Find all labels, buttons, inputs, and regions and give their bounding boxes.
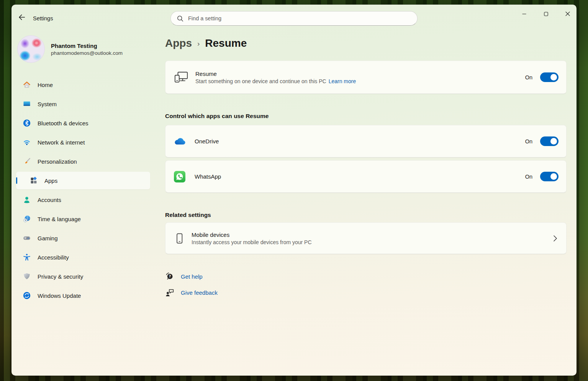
chevron-right-icon — [554, 235, 557, 241]
sidebar-item-label: Time & language — [38, 216, 81, 222]
apps-icon — [30, 177, 38, 184]
maximize-icon — [544, 11, 548, 17]
windows-update-icon — [23, 292, 31, 299]
whatsapp-toggle[interactable] — [540, 172, 559, 181]
app-row-whatsapp: WhatsApp On — [165, 160, 567, 193]
related-section-heading: Related settings — [165, 211, 567, 219]
footer-links: ? Get help Give feedback — [165, 272, 567, 297]
bluetooth-icon — [23, 119, 31, 127]
close-button[interactable] — [559, 5, 577, 24]
mobile-devices-description: Instantly access your mobile devices fro… — [192, 239, 312, 245]
sidebar-item-accounts[interactable]: Accounts — [16, 191, 150, 209]
give-feedback-icon — [165, 288, 175, 297]
resume-toggle-state-label: On — [525, 74, 532, 80]
sidebar-item-network-internet[interactable]: Network & internet — [16, 133, 150, 151]
svg-text:?: ? — [169, 274, 171, 278]
whatsapp-toggle-state-label: On — [525, 174, 532, 180]
app-row-onedrive: OneDrive On — [165, 125, 567, 158]
home-icon — [23, 81, 31, 89]
sidebar: Phantom Testing phantomodemos@outlook.co… — [11, 32, 162, 376]
sidebar-item-privacy-security[interactable]: Privacy & security — [16, 268, 150, 285]
sidebar-item-home[interactable]: Home — [16, 76, 150, 94]
mobile-devices-row[interactable]: Mobile devices Instantly access your mob… — [165, 222, 567, 254]
personalization-icon — [23, 158, 31, 165]
accounts-icon — [23, 196, 31, 204]
breadcrumb: Apps › Resume — [165, 36, 567, 52]
sidebar-item-label: Bluetooth & devices — [38, 120, 88, 126]
sidebar-item-label: Apps — [44, 177, 57, 184]
toggle-knob — [550, 173, 557, 180]
sidebar-item-bluetooth-devices[interactable]: Bluetooth & devices — [16, 114, 150, 132]
onedrive-icon — [174, 136, 185, 147]
sidebar-item-label: Privacy & security — [38, 273, 83, 280]
close-icon — [565, 11, 570, 17]
search-box[interactable] — [170, 11, 418, 26]
whatsapp-icon — [174, 171, 185, 182]
search-input[interactable] — [188, 15, 411, 21]
sidebar-item-time-language[interactable]: Time & language — [16, 210, 150, 228]
sidebar-item-label: Personalization — [38, 158, 77, 165]
settings-window: Settings Phantom Testing phantomod — [11, 5, 577, 376]
get-help-icon: ? — [165, 272, 175, 281]
onedrive-toggle[interactable] — [540, 136, 559, 146]
sidebar-item-personalization[interactable]: Personalization — [16, 153, 150, 170]
sidebar-item-label: Windows Update — [38, 292, 81, 299]
sidebar-item-windows-update[interactable]: Windows Update — [16, 287, 150, 304]
give-feedback-link[interactable]: Give feedback — [165, 288, 218, 297]
breadcrumb-chevron-icon: › — [197, 36, 200, 51]
search-icon — [177, 15, 183, 22]
toggle-knob — [550, 74, 557, 80]
apps-section-heading: Control which apps can use Resume — [165, 112, 567, 120]
titlebar: Settings — [11, 5, 577, 32]
sidebar-item-system[interactable]: System — [16, 95, 150, 113]
sidebar-item-accessibility[interactable]: Accessibility — [16, 248, 150, 266]
give-feedback-label: Give feedback — [181, 289, 218, 296]
maximize-button[interactable] — [537, 5, 555, 24]
get-help-link[interactable]: ? Get help — [165, 272, 203, 281]
resume-toggle[interactable] — [540, 72, 559, 82]
page-title: Resume — [205, 36, 247, 51]
resume-title: Resume — [195, 71, 356, 77]
selected-indicator — [16, 177, 17, 184]
sidebar-item-apps[interactable]: Apps — [16, 172, 150, 189]
app-name: WhatsApp — [195, 173, 221, 180]
user-email: phantomodemos@outlook.com — [51, 50, 123, 56]
sidebar-item-label: Home — [38, 82, 53, 88]
sidebar-item-gaming[interactable]: Gaming — [16, 229, 150, 247]
sidebar-item-label: Network & internet — [38, 139, 85, 146]
sidebar-item-label: Accounts — [38, 197, 61, 203]
resume-description: Start something on one device and contin… — [195, 78, 356, 84]
system-icon — [23, 100, 31, 108]
main-content: Apps › Resume Resume Start something on … — [165, 32, 567, 376]
resume-devices-icon — [174, 71, 188, 83]
sidebar-item-label: Gaming — [38, 235, 58, 241]
user-name: Phantom Testing — [51, 43, 123, 49]
get-help-label: Get help — [181, 273, 203, 280]
window-title: Settings — [33, 5, 53, 32]
breadcrumb-parent[interactable]: Apps — [165, 36, 192, 51]
accessibility-icon — [23, 253, 31, 261]
privacy-security-icon — [23, 273, 31, 280]
toggle-knob — [550, 138, 557, 145]
avatar — [17, 35, 45, 63]
time-language-icon — [23, 215, 31, 223]
network-icon — [23, 138, 31, 146]
sidebar-nav: Home System Bluetooth & devices Network … — [16, 76, 150, 306]
back-arrow-icon — [18, 13, 26, 22]
window-controls — [515, 5, 577, 24]
mobile-devices-title: Mobile devices — [192, 232, 312, 238]
user-profile[interactable]: Phantom Testing phantomodemos@outlook.co… — [17, 35, 123, 63]
resume-setting-card: Resume Start something on one device and… — [165, 61, 567, 94]
back-button[interactable] — [15, 11, 29, 24]
sidebar-item-label: Accessibility — [38, 254, 69, 261]
learn-more-link[interactable]: Learn more — [329, 78, 356, 84]
mobile-devices-icon — [174, 233, 185, 244]
sidebar-item-label: System — [38, 101, 57, 107]
gaming-icon — [23, 234, 31, 242]
minimize-button[interactable] — [515, 5, 533, 24]
app-name: OneDrive — [195, 138, 219, 145]
onedrive-toggle-state-label: On — [525, 138, 532, 145]
minimize-icon — [522, 11, 526, 17]
